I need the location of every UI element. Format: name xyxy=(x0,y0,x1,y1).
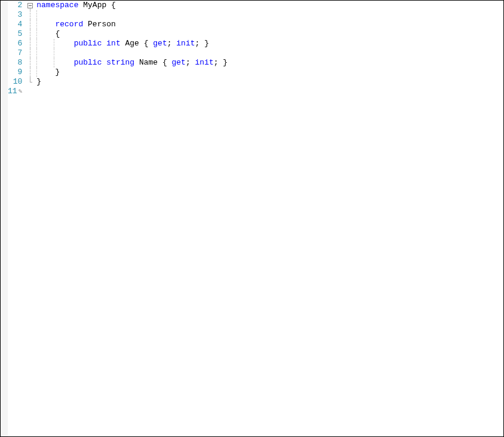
code-line[interactable]: record Person xyxy=(36,20,503,29)
code-line[interactable]: } xyxy=(36,77,503,87)
code-token: ; xyxy=(186,58,195,68)
code-token: get xyxy=(172,58,186,68)
fold-row xyxy=(26,29,34,39)
code-editor[interactable]: 234567891011✎ namespace MyApp { record P… xyxy=(1,1,503,436)
fold-row xyxy=(26,77,34,87)
code-token xyxy=(36,39,73,48)
code-line[interactable]: namespace MyApp { xyxy=(36,1,503,10)
code-token: ; } xyxy=(214,58,228,68)
indent-guide xyxy=(54,39,54,48)
line-number: 5 xyxy=(8,29,22,39)
code-line[interactable]: public string Name { get; init; } xyxy=(36,58,503,68)
fold-line xyxy=(30,29,30,39)
code-token: Person xyxy=(83,20,116,29)
fold-row xyxy=(26,39,34,48)
code-line[interactable] xyxy=(36,87,503,96)
code-token: namespace xyxy=(36,1,78,10)
line-number: 3 xyxy=(8,10,22,20)
code-line[interactable]: { xyxy=(36,29,503,39)
indent-guide xyxy=(36,58,37,68)
fold-row xyxy=(26,68,34,77)
fold-line xyxy=(30,48,30,58)
editor-margin xyxy=(1,1,8,436)
fold-column xyxy=(26,1,34,436)
fold-toggle-icon[interactable] xyxy=(27,3,33,8)
fold-line xyxy=(30,39,30,48)
fold-line xyxy=(30,77,30,82)
pencil-icon: ✎ xyxy=(19,87,23,96)
fold-line xyxy=(30,68,30,77)
code-token: get xyxy=(153,39,167,48)
indent-guide xyxy=(36,68,37,77)
code-token xyxy=(102,39,106,48)
code-line[interactable] xyxy=(36,10,503,20)
line-number: 8 xyxy=(8,58,22,68)
fold-row xyxy=(26,87,34,96)
line-number: 7 xyxy=(8,48,22,58)
fold-end xyxy=(30,82,32,82)
code-token: } xyxy=(36,68,60,77)
code-line[interactable]: public int Age { get; init; } xyxy=(36,39,503,48)
code-token: ; xyxy=(167,39,177,48)
line-number: 2 xyxy=(8,1,22,10)
code-token xyxy=(102,58,106,68)
indent-guide xyxy=(36,10,37,20)
line-number: 9 xyxy=(8,68,22,77)
code-token: MyApp { xyxy=(78,1,115,10)
line-number-gutter: 234567891011✎ xyxy=(8,1,26,436)
code-token: { xyxy=(36,29,60,39)
code-token: init xyxy=(195,58,214,68)
indent-guide xyxy=(36,29,37,39)
indent-guide xyxy=(36,48,37,58)
code-token: public xyxy=(74,39,102,48)
fold-row xyxy=(26,20,34,29)
code-token: ; } xyxy=(195,39,209,48)
line-number: 10 xyxy=(8,77,22,87)
fold-row xyxy=(26,10,34,20)
fold-line xyxy=(30,58,30,68)
code-token: string xyxy=(106,58,134,68)
code-line[interactable] xyxy=(36,48,503,58)
code-token: int xyxy=(106,39,120,48)
code-token: Name { xyxy=(134,58,171,68)
code-line[interactable]: } xyxy=(36,68,503,77)
indent-guide xyxy=(36,39,37,48)
code-token xyxy=(36,58,73,68)
fold-row xyxy=(26,58,34,68)
fold-row xyxy=(26,1,34,10)
code-area[interactable]: namespace MyApp { record Person { public… xyxy=(34,1,503,436)
line-number: 11✎ xyxy=(8,87,22,96)
line-number: 6 xyxy=(8,39,22,48)
indent-guide xyxy=(36,20,37,29)
line-number: 4 xyxy=(8,20,22,29)
code-token: public xyxy=(74,58,102,68)
code-token: record xyxy=(55,20,83,29)
fold-line xyxy=(30,20,30,29)
fold-row xyxy=(26,48,34,58)
code-token: } xyxy=(36,77,41,87)
indent-guide xyxy=(54,48,54,58)
code-token: init xyxy=(176,39,195,48)
code-token xyxy=(36,20,55,29)
fold-line xyxy=(30,10,30,20)
code-token: Age { xyxy=(121,39,153,48)
indent-guide xyxy=(54,58,54,68)
